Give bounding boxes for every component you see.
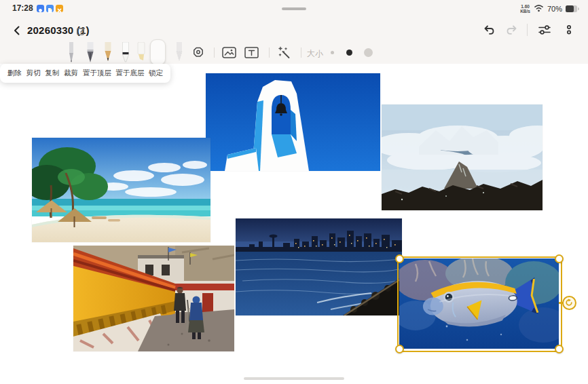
notification-app-icon [37,5,44,12]
photo-beach[interactable] [32,138,210,242]
insert-image-button[interactable] [222,47,236,61]
battery-icon [566,5,577,12]
magic-wand-button[interactable] [277,45,292,62]
menu-item-bring-to-front[interactable]: 置于顶层 [83,69,111,78]
pencil-tool[interactable] [102,42,114,66]
status-time: 17:28 [12,3,33,13]
back-button[interactable] [11,24,23,39]
selection-handle-bottom-left[interactable] [395,345,404,353]
size-dot-large[interactable] [364,48,373,57]
home-gesture-bar[interactable] [244,377,344,380]
selection-handle-top-right[interactable] [555,254,564,263]
highlighter-tool[interactable] [135,42,147,66]
menu-item-send-to-back[interactable]: 置于底层 [115,69,144,78]
photo-bell-tower[interactable] [206,73,380,171]
settings-gear-icon[interactable] [191,46,205,62]
fountain-pen-tool[interactable] [84,42,96,66]
menu-item-lock[interactable]: 锁定 [149,69,163,78]
top-chrome: 17:28 1.60 KB/s 70% 20260330 (1) [0,0,588,64]
rotate-arrow-icon [565,299,573,307]
toolbar-divider [214,47,215,58]
titlebar-divider [527,24,528,36]
redo-button[interactable] [505,23,519,39]
photo-mountains[interactable] [382,104,543,210]
eraser-tool[interactable] [150,39,166,65]
gel-pen-tool[interactable] [120,42,132,66]
menu-item-crop[interactable]: 裁剪 [64,69,78,78]
ballpoint-pen-tool[interactable] [65,42,77,66]
wifi-icon [534,3,544,15]
lasso-pen-tool[interactable] [173,42,185,66]
photo-city-skyline[interactable] [236,218,402,315]
notification-doc-icon [46,5,54,12]
insert-textbox-button[interactable] [244,47,259,61]
selection-handle-bottom-right[interactable] [555,345,564,353]
more-menu-button[interactable] [564,23,574,39]
image-context-menu: 删除 剪切 复制 裁剪 置于顶层 置于底层 锁定 [0,64,170,83]
rotate-handle[interactable] [562,296,576,310]
notification-x-icon [56,5,63,12]
battery-percent: 70% [547,5,562,13]
rename-icon[interactable] [76,26,86,39]
toolbar-divider [269,47,270,58]
menu-item-cut[interactable]: 剪切 [26,69,41,78]
toolbar-divider [301,47,301,58]
adjustments-button[interactable] [538,24,551,39]
size-dot-small[interactable] [331,51,334,54]
note-canvas[interactable]: 删除 剪切 复制 裁剪 置于顶层 置于底层 锁定 [0,64,588,384]
size-dot-medium-selected[interactable] [346,50,352,56]
size-label: 大小 [307,48,323,60]
menu-item-delete[interactable]: 删除 [7,69,22,78]
undo-button[interactable] [482,23,496,39]
screen-notch-dash [282,7,306,10]
photo-monastery-street[interactable] [73,246,234,351]
selection-handle-top-left[interactable] [395,254,404,263]
menu-item-copy[interactable]: 复制 [45,69,59,78]
selection-border[interactable] [397,256,562,352]
network-speed-indicator: 1.60 KB/s [520,4,530,14]
